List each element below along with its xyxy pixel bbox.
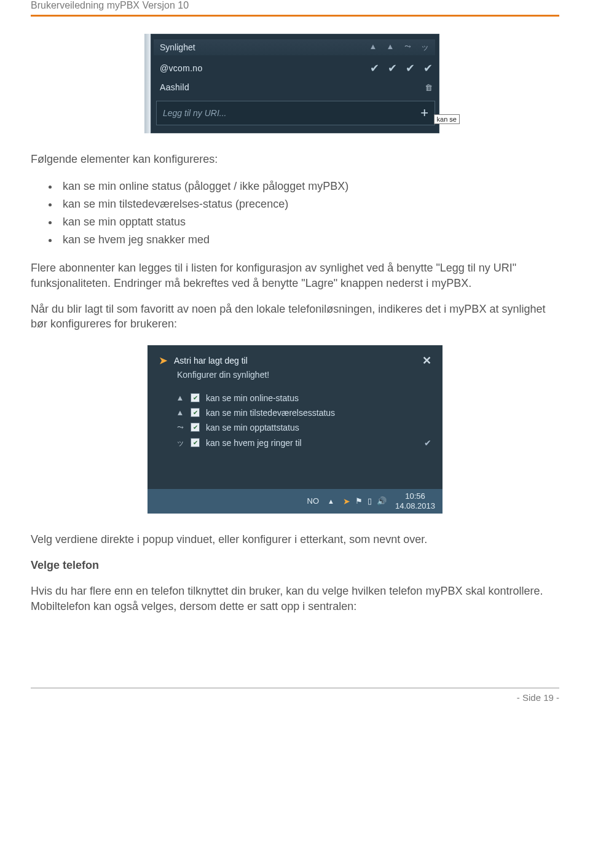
screenshot-synlighet-panel: Synlighet ▲ ▲ ⤳ ッ @vcom.no ✔ ✔ ✔ ✔ Aas	[151, 34, 439, 133]
presence-online-icon: ▲	[369, 42, 377, 53]
scrollbar[interactable]	[144, 34, 151, 133]
paragraph: Hvis du har flere enn en telefon tilknyt…	[31, 584, 559, 614]
check-icon[interactable]: ✔	[388, 61, 397, 75]
option-label: kan se min opptattstatus	[206, 423, 299, 432]
confirm-check-icon[interactable]: ✔	[424, 438, 431, 448]
taskbar-clock[interactable]: 10:56 14.08.2013	[395, 491, 435, 510]
popup-title: Astri har lagt deg til	[174, 356, 422, 366]
document-header: Brukerveiledning myPBX Versjon 10	[31, 0, 559, 17]
checkbox[interactable]: ✔	[191, 438, 200, 447]
screenshot-popup-synlighet: ➤ Astri har lagt deg til ✕ Konfigurer di…	[148, 345, 442, 514]
speaker-icon[interactable]: 🔊	[377, 496, 387, 506]
fish-tray-icon[interactable]: ➤	[343, 496, 350, 506]
paragraph-intro: Følgende elementer kan konfigureres:	[31, 152, 559, 166]
trash-icon[interactable]: 🗑	[425, 83, 433, 92]
panel-title: Synlighet	[160, 42, 195, 52]
close-icon[interactable]: ✕	[422, 354, 431, 367]
visibility-option[interactable]: ▲ ✔ kan se min tilstedeværelsesstatus	[176, 405, 431, 420]
taskbar: NO ▲ ➤ ⚑ ▯ 🔊 10:56 14.08.2013	[148, 489, 442, 514]
call-icon: ッ	[420, 42, 429, 53]
list-item: kan se min online status (pålogget / ikk…	[59, 178, 559, 195]
option-label: kan se min tilstedeværelsesstatus	[206, 408, 335, 418]
plus-icon[interactable]: +	[420, 105, 428, 121]
list-item: kan se hvem jeg snakker med	[59, 231, 559, 249]
option-label: kan se min online-status	[206, 393, 299, 403]
header-icon-row: ▲ ▲ ⤳ ッ	[369, 42, 429, 53]
section-heading-velge-telefon: Velge telefon	[31, 558, 559, 573]
presence-status-icon: ▲	[176, 408, 184, 417]
add-uri-placeholder: Legg til ny URI...	[163, 108, 420, 118]
page-footer: - Side 19 -	[31, 687, 559, 703]
checkbox[interactable]: ✔	[191, 423, 200, 432]
presence-online-icon: ▲	[176, 393, 184, 402]
check-icon[interactable]: ✔	[406, 61, 415, 75]
uri-label: Aashild	[160, 82, 189, 92]
synlighet-row: @vcom.no ✔ ✔ ✔ ✔	[160, 58, 435, 79]
check-icon[interactable]: ✔	[423, 61, 433, 75]
network-icon[interactable]: ▯	[368, 496, 372, 506]
visibility-option[interactable]: ⤳ ✔ kan se min opptattstatus	[176, 420, 431, 435]
paragraph: Velg verdiene direkte i popup vinduet, e…	[31, 532, 559, 547]
call-icon: ッ	[176, 437, 184, 448]
fish-icon: ➤	[159, 354, 168, 367]
busy-icon: ⤳	[403, 42, 412, 53]
feature-bullet-list: kan se min online status (pålogget / ikk…	[31, 178, 559, 248]
option-label: kan se hvem jeg ringer til	[206, 438, 302, 448]
paragraph: Når du blir lagt til som favoritt av noe…	[31, 302, 559, 332]
clock-time: 10:56	[395, 491, 435, 501]
uri-label: @vcom.no	[160, 63, 203, 73]
check-icon[interactable]: ✔	[370, 61, 379, 75]
busy-icon: ⤳	[176, 423, 184, 432]
synlighet-row: Aashild 🗑	[160, 79, 435, 96]
tray-arrow-icon[interactable]: ▲	[328, 498, 334, 505]
add-uri-input[interactable]: Legg til ny URI... +	[156, 101, 435, 125]
popup-subtitle: Konfigurer din synlighet!	[177, 370, 431, 380]
visibility-option[interactable]: ▲ ✔ kan se min online-status	[176, 391, 431, 405]
tooltip-kan-se: kan se	[434, 114, 460, 124]
checkbox[interactable]: ✔	[191, 408, 200, 417]
paragraph: Flere abonnenter kan legges til i listen…	[31, 260, 559, 291]
presence-status-icon: ▲	[386, 42, 395, 53]
flag-icon[interactable]: ⚑	[355, 496, 363, 506]
list-item: kan se min tilstedeværelses-status (prec…	[59, 195, 559, 213]
clock-date: 14.08.2013	[395, 501, 435, 511]
list-item: kan se min opptatt status	[59, 213, 559, 231]
visibility-option[interactable]: ッ ✔ kan se hvem jeg ringer til ✔	[176, 435, 431, 451]
language-indicator[interactable]: NO	[307, 496, 320, 506]
checkbox[interactable]: ✔	[191, 393, 200, 402]
